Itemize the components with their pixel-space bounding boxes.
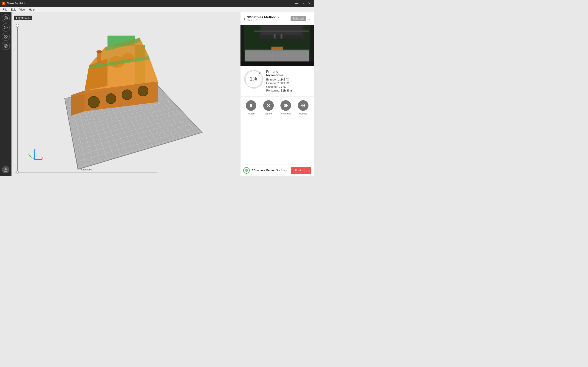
transform-icon[interactable]: T	[2, 23, 10, 32]
bottom-bar-inner: All moves	[15, 168, 157, 173]
status-title: Printing locomotive	[266, 70, 310, 77]
cancel-label: Cancel	[265, 112, 272, 115]
main-content: M T	[0, 12, 314, 176]
titlebar-controls: — □ ✕	[294, 1, 312, 6]
makerbot-logo-icon[interactable]: M	[2, 14, 10, 23]
menu-help[interactable]: Help	[27, 8, 36, 12]
svg-point-10	[5, 168, 7, 170]
menu-view[interactable]: View	[17, 8, 27, 12]
utilities-label: Utilities	[299, 112, 307, 115]
selected-badge[interactable]: Selected	[291, 16, 306, 21]
progress-circle: 1%	[244, 70, 262, 88]
bottom-bar: All moves	[11, 165, 240, 176]
extruder2-status: Extruder 2: 177 °C	[266, 82, 310, 85]
filament-icon	[280, 100, 291, 111]
printer-busy-label: Busy	[281, 169, 287, 172]
svg-rect-51	[250, 104, 251, 107]
remaining-status: Remaining: 31h 30m	[266, 89, 310, 92]
cancel-button[interactable]: Cancel	[263, 100, 274, 115]
extruder1-status: Extruder 1: 246 °C	[266, 78, 310, 81]
right-panel: ‹ 3Dnatives Method X Method X Selected ⌄	[240, 12, 314, 176]
printer-status-icon	[243, 167, 250, 174]
moves-label: All moves	[81, 168, 92, 171]
titlebar: MakerBot Print — □ ✕	[0, 0, 314, 7]
svg-text:Z: Z	[35, 148, 36, 150]
printer-name: 3Dnatives Method X	[247, 15, 289, 19]
svg-rect-52	[251, 104, 252, 107]
print-button-group: Print ···	[291, 167, 311, 174]
back-button[interactable]: ‹	[244, 17, 245, 21]
horizontal-slider-thumb[interactable]	[16, 171, 19, 174]
printer-model: Method X	[247, 19, 289, 22]
settings-icon[interactable]	[2, 42, 10, 50]
svg-line-65	[304, 104, 305, 105]
layer-indicator: Layer: 9331	[14, 16, 32, 20]
svg-text:T: T	[5, 26, 6, 29]
camera-image	[241, 25, 314, 66]
svg-line-63	[302, 104, 303, 105]
more-options-button[interactable]: ···	[304, 167, 311, 174]
print-status: 1% Printing locomotive Extruder 1: 246 °…	[241, 66, 314, 97]
svg-point-49	[245, 71, 263, 88]
axis-indicator: Z Y X	[27, 148, 44, 162]
camera-feed	[241, 25, 314, 66]
svg-point-9	[5, 45, 6, 47]
menu-edit[interactable]: Edit	[9, 8, 17, 12]
svg-rect-48	[241, 61, 314, 66]
3d-viewport[interactable]: Z Y X	[11, 12, 240, 176]
printer-status-name: 3Dnatives Method X • Busy	[252, 169, 289, 172]
svg-text:Y: Y	[28, 153, 30, 156]
svg-point-6	[5, 36, 6, 37]
app-icon	[2, 2, 6, 5]
svg-line-64	[304, 106, 305, 107]
dropdown-arrow-icon[interactable]: ⌄	[308, 17, 311, 20]
filament-button[interactable]: Filament	[280, 100, 291, 115]
viewport: Layer: 9331	[11, 12, 240, 176]
status-details: Printing locomotive Extruder 1: 246 °C E…	[266, 70, 310, 93]
pause-label: Pause	[247, 112, 254, 115]
menu-file[interactable]: File	[1, 8, 9, 12]
printer-status-text: 3Dnatives Method X • Busy	[252, 169, 289, 172]
printer-bottom-bar: 3Dnatives Method X • Busy Print ···	[241, 164, 314, 176]
svg-point-17	[122, 90, 132, 100]
print-controls: Pause Cancel	[241, 97, 314, 119]
minimize-button[interactable]: —	[294, 1, 299, 6]
pause-button[interactable]: Pause	[246, 100, 256, 115]
chamber-status: Chamber: 79 °C	[266, 85, 310, 89]
locomotive-model	[75, 31, 167, 118]
printer-info: 3Dnatives Method X Method X	[247, 15, 289, 22]
svg-line-7	[6, 37, 7, 38]
svg-rect-34	[281, 34, 283, 39]
utilities-button[interactable]: Utilities	[298, 100, 309, 115]
marketplace-icon[interactable]	[2, 33, 10, 41]
close-button[interactable]: ✕	[306, 1, 312, 6]
sidebar: M T	[0, 12, 11, 176]
svg-point-20	[96, 50, 102, 53]
svg-point-18	[138, 86, 148, 96]
utilities-icon	[298, 100, 309, 111]
progress-ring	[244, 70, 264, 90]
svg-rect-45	[271, 47, 283, 50]
svg-text:X: X	[41, 157, 43, 159]
svg-point-69	[246, 171, 247, 171]
horizontal-slider[interactable]	[15, 172, 157, 173]
svg-rect-33	[274, 34, 276, 39]
printer-header: ‹ 3Dnatives Method X Method X Selected ⌄	[241, 12, 314, 25]
menubar: File Edit View Help	[0, 7, 314, 12]
svg-rect-19	[97, 52, 101, 63]
svg-rect-35	[254, 31, 309, 32]
maximize-button[interactable]: □	[300, 1, 305, 6]
svg-point-16	[106, 94, 116, 104]
cancel-icon	[263, 100, 274, 111]
svg-point-15	[88, 96, 99, 108]
svg-point-8	[4, 44, 7, 48]
print-button[interactable]: Print	[291, 167, 304, 174]
svg-rect-46	[241, 25, 244, 66]
pause-icon	[246, 100, 256, 111]
app-title: MakerBot Print	[7, 2, 25, 5]
svg-marker-0	[2, 2, 5, 4]
svg-point-55	[284, 104, 288, 107]
svg-point-58	[303, 105, 304, 106]
user-avatar[interactable]	[2, 166, 9, 173]
svg-line-66	[302, 106, 303, 107]
